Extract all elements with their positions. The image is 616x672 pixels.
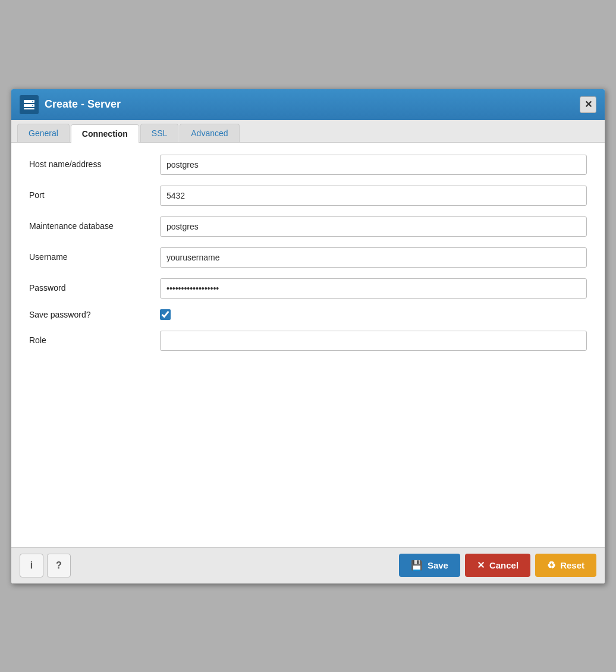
port-input[interactable] <box>160 186 587 206</box>
tab-advanced[interactable]: Advanced <box>180 124 239 142</box>
tab-general[interactable]: General <box>17 124 70 142</box>
titlebar-left: Create - Server <box>20 95 121 114</box>
titlebar: Create - Server ✕ <box>11 89 605 120</box>
footer-right: 💾 Save ✕ Cancel ♻ Reset <box>399 554 596 577</box>
maintenance-db-label: Maintenance database <box>29 221 160 233</box>
port-label: Port <box>29 190 160 202</box>
username-label: Username <box>29 252 160 263</box>
server-icon <box>20 95 39 114</box>
save-password-checkbox[interactable] <box>160 309 171 320</box>
password-label: Password <box>29 282 160 294</box>
help-button[interactable]: ? <box>47 554 71 577</box>
close-button[interactable]: ✕ <box>580 96 596 113</box>
password-row: Password <box>29 278 587 299</box>
reset-icon: ♻ <box>547 560 555 571</box>
save-label: Save <box>428 560 448 570</box>
svg-point-2 <box>32 101 33 102</box>
role-input[interactable] <box>160 331 587 351</box>
tabs-bar: General Connection SSL Advanced <box>11 120 605 143</box>
cancel-button[interactable]: ✕ Cancel <box>465 554 530 577</box>
help-icon: ? <box>56 560 62 571</box>
host-input[interactable] <box>160 155 587 175</box>
info-icon: i <box>30 560 33 571</box>
save-password-label: Save password? <box>29 310 160 319</box>
dialog-title: Create - Server <box>45 98 121 111</box>
create-server-dialog: Create - Server ✕ General Connection SSL… <box>11 89 605 584</box>
svg-point-3 <box>32 105 33 106</box>
reset-button[interactable]: ♻ Reset <box>535 554 596 577</box>
maintenance-db-input[interactable] <box>160 216 587 237</box>
role-row: Role <box>29 331 587 351</box>
tab-connection[interactable]: Connection <box>71 124 139 143</box>
reset-label: Reset <box>560 560 584 570</box>
footer: i ? 💾 Save ✕ Cancel ♻ Reset <box>11 547 605 583</box>
cancel-icon: ✕ <box>477 560 485 571</box>
save-icon: 💾 <box>411 560 423 571</box>
svg-rect-4 <box>24 108 34 109</box>
save-password-row: Save password? <box>29 309 587 320</box>
host-label: Host name/address <box>29 159 160 171</box>
cancel-label: Cancel <box>489 560 518 570</box>
username-input[interactable] <box>160 247 587 268</box>
role-label: Role <box>29 335 160 347</box>
username-row: Username <box>29 247 587 268</box>
port-row: Port <box>29 186 587 206</box>
footer-left: i ? <box>20 554 71 577</box>
password-input[interactable] <box>160 278 587 299</box>
info-button[interactable]: i <box>20 554 43 577</box>
host-row: Host name/address <box>29 155 587 175</box>
maintenance-db-row: Maintenance database <box>29 216 587 237</box>
form-content: Host name/address Port Maintenance datab… <box>11 143 605 547</box>
save-button[interactable]: 💾 Save <box>399 554 460 577</box>
tab-ssl[interactable]: SSL <box>140 124 178 142</box>
